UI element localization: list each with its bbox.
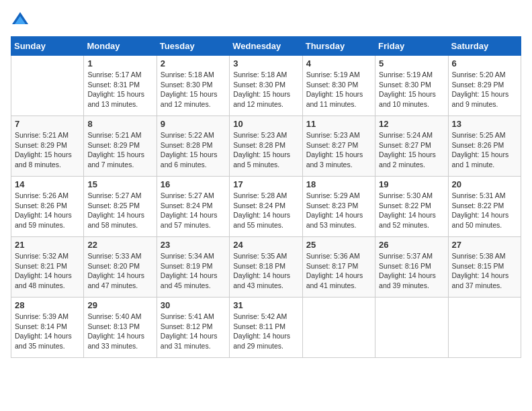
day-info: Sunrise: 5:42 AM Sunset: 8:11 PM Dayligh…	[233, 312, 298, 351]
day-info: Sunrise: 5:19 AM Sunset: 8:30 PM Dayligh…	[379, 70, 444, 109]
calendar-cell: 1Sunrise: 5:17 AM Sunset: 8:31 PM Daylig…	[84, 56, 157, 116]
calendar-cell: 31Sunrise: 5:42 AM Sunset: 8:11 PM Dayli…	[230, 298, 302, 358]
day-info: Sunrise: 5:30 AM Sunset: 8:22 PM Dayligh…	[379, 191, 444, 230]
week-row-3: 14Sunrise: 5:26 AM Sunset: 8:26 PM Dayli…	[11, 177, 521, 237]
day-info: Sunrise: 5:18 AM Sunset: 8:30 PM Dayligh…	[161, 70, 226, 109]
week-row-5: 28Sunrise: 5:39 AM Sunset: 8:14 PM Dayli…	[11, 298, 521, 358]
day-info: Sunrise: 5:32 AM Sunset: 8:21 PM Dayligh…	[15, 251, 80, 291]
calendar-cell: 14Sunrise: 5:26 AM Sunset: 8:26 PM Dayli…	[11, 177, 84, 237]
calendar-cell	[375, 298, 448, 358]
day-info: Sunrise: 5:21 AM Sunset: 8:29 PM Dayligh…	[15, 130, 80, 170]
day-number: 1	[87, 58, 152, 68]
day-number: 15	[87, 179, 152, 189]
day-info: Sunrise: 5:23 AM Sunset: 8:28 PM Dayligh…	[233, 130, 298, 170]
day-number: 14	[15, 179, 80, 189]
day-info: Sunrise: 5:41 AM Sunset: 8:12 PM Dayligh…	[161, 312, 226, 351]
day-info: Sunrise: 5:27 AM Sunset: 8:25 PM Dayligh…	[87, 191, 152, 230]
weekday-header-saturday: Saturday	[448, 37, 521, 56]
day-number: 26	[379, 240, 444, 250]
day-info: Sunrise: 5:27 AM Sunset: 8:24 PM Dayligh…	[161, 191, 226, 230]
calendar-cell: 3Sunrise: 5:18 AM Sunset: 8:30 PM Daylig…	[230, 56, 302, 116]
day-info: Sunrise: 5:18 AM Sunset: 8:30 PM Dayligh…	[233, 70, 298, 109]
day-number: 5	[379, 58, 444, 68]
weekday-header-row: SundayMondayTuesdayWednesdayThursdayFrid…	[11, 37, 521, 56]
day-info: Sunrise: 5:20 AM Sunset: 8:29 PM Dayligh…	[452, 70, 517, 109]
day-info: Sunrise: 5:38 AM Sunset: 8:15 PM Dayligh…	[452, 251, 517, 291]
calendar-cell: 25Sunrise: 5:36 AM Sunset: 8:17 PM Dayli…	[302, 237, 375, 298]
day-number: 18	[306, 179, 371, 189]
calendar-cell: 27Sunrise: 5:38 AM Sunset: 8:15 PM Dayli…	[448, 237, 521, 298]
day-info: Sunrise: 5:40 AM Sunset: 8:13 PM Dayligh…	[87, 312, 152, 351]
day-info: Sunrise: 5:36 AM Sunset: 8:17 PM Dayligh…	[306, 251, 371, 291]
day-info: Sunrise: 5:23 AM Sunset: 8:27 PM Dayligh…	[306, 130, 371, 170]
calendar-cell: 13Sunrise: 5:25 AM Sunset: 8:26 PM Dayli…	[448, 116, 521, 177]
weekday-header-friday: Friday	[375, 37, 448, 56]
day-number: 21	[15, 240, 80, 250]
day-info: Sunrise: 5:34 AM Sunset: 8:19 PM Dayligh…	[161, 251, 226, 291]
calendar-cell: 16Sunrise: 5:27 AM Sunset: 8:24 PM Dayli…	[157, 177, 229, 237]
calendar-cell: 5Sunrise: 5:19 AM Sunset: 8:30 PM Daylig…	[375, 56, 448, 116]
day-number: 7	[15, 119, 80, 129]
logo-icon	[11, 11, 30, 30]
day-info: Sunrise: 5:35 AM Sunset: 8:18 PM Dayligh…	[233, 251, 298, 291]
day-info: Sunrise: 5:22 AM Sunset: 8:28 PM Dayligh…	[161, 130, 226, 170]
calendar-cell: 6Sunrise: 5:20 AM Sunset: 8:29 PM Daylig…	[448, 56, 521, 116]
calendar-cell: 24Sunrise: 5:35 AM Sunset: 8:18 PM Dayli…	[230, 237, 302, 298]
calendar-table: SundayMondayTuesdayWednesdayThursdayFrid…	[11, 36, 521, 358]
calendar-cell	[448, 298, 521, 358]
day-info: Sunrise: 5:39 AM Sunset: 8:14 PM Dayligh…	[15, 312, 80, 351]
weekday-header-wednesday: Wednesday	[230, 37, 302, 56]
day-number: 3	[233, 58, 298, 68]
calendar-cell: 4Sunrise: 5:19 AM Sunset: 8:30 PM Daylig…	[302, 56, 375, 116]
calendar-cell: 23Sunrise: 5:34 AM Sunset: 8:19 PM Dayli…	[157, 237, 229, 298]
day-number: 30	[161, 300, 226, 310]
day-number: 25	[306, 240, 371, 250]
calendar-cell: 21Sunrise: 5:32 AM Sunset: 8:21 PM Dayli…	[11, 237, 84, 298]
day-number: 12	[379, 119, 444, 129]
page-header	[11, 11, 521, 30]
weekday-header-thursday: Thursday	[302, 37, 375, 56]
day-number: 24	[233, 240, 298, 250]
day-info: Sunrise: 5:26 AM Sunset: 8:26 PM Dayligh…	[15, 191, 80, 230]
calendar-cell: 18Sunrise: 5:29 AM Sunset: 8:23 PM Dayli…	[302, 177, 375, 237]
day-info: Sunrise: 5:25 AM Sunset: 8:26 PM Dayligh…	[452, 130, 517, 170]
calendar-cell: 7Sunrise: 5:21 AM Sunset: 8:29 PM Daylig…	[11, 116, 84, 177]
day-info: Sunrise: 5:17 AM Sunset: 8:31 PM Dayligh…	[87, 70, 152, 109]
calendar-cell	[11, 56, 84, 116]
day-info: Sunrise: 5:37 AM Sunset: 8:16 PM Dayligh…	[379, 251, 444, 291]
calendar-cell: 20Sunrise: 5:31 AM Sunset: 8:22 PM Dayli…	[448, 177, 521, 237]
day-number: 8	[87, 119, 152, 129]
day-info: Sunrise: 5:19 AM Sunset: 8:30 PM Dayligh…	[306, 70, 371, 109]
day-number: 6	[452, 58, 517, 68]
calendar-cell: 26Sunrise: 5:37 AM Sunset: 8:16 PM Dayli…	[375, 237, 448, 298]
logo	[11, 11, 32, 30]
day-number: 28	[15, 300, 80, 310]
calendar-cell: 22Sunrise: 5:33 AM Sunset: 8:20 PM Dayli…	[84, 237, 157, 298]
day-number: 13	[452, 119, 517, 129]
calendar-cell: 2Sunrise: 5:18 AM Sunset: 8:30 PM Daylig…	[157, 56, 229, 116]
calendar-cell: 8Sunrise: 5:21 AM Sunset: 8:29 PM Daylig…	[84, 116, 157, 177]
calendar-cell: 11Sunrise: 5:23 AM Sunset: 8:27 PM Dayli…	[302, 116, 375, 177]
day-number: 23	[161, 240, 226, 250]
day-number: 10	[233, 119, 298, 129]
day-info: Sunrise: 5:33 AM Sunset: 8:20 PM Dayligh…	[87, 251, 152, 291]
day-number: 27	[452, 240, 517, 250]
calendar-cell: 10Sunrise: 5:23 AM Sunset: 8:28 PM Dayli…	[230, 116, 302, 177]
day-number: 20	[452, 179, 517, 189]
day-number: 11	[306, 119, 371, 129]
day-number: 17	[233, 179, 298, 189]
weekday-header-sunday: Sunday	[11, 37, 84, 56]
day-info: Sunrise: 5:28 AM Sunset: 8:24 PM Dayligh…	[233, 191, 298, 230]
day-info: Sunrise: 5:29 AM Sunset: 8:23 PM Dayligh…	[306, 191, 371, 230]
day-number: 9	[161, 119, 226, 129]
calendar-cell: 9Sunrise: 5:22 AM Sunset: 8:28 PM Daylig…	[157, 116, 229, 177]
weekday-header-tuesday: Tuesday	[157, 37, 229, 56]
calendar-cell: 19Sunrise: 5:30 AM Sunset: 8:22 PM Dayli…	[375, 177, 448, 237]
day-info: Sunrise: 5:24 AM Sunset: 8:27 PM Dayligh…	[379, 130, 444, 170]
calendar-cell: 12Sunrise: 5:24 AM Sunset: 8:27 PM Dayli…	[375, 116, 448, 177]
day-info: Sunrise: 5:31 AM Sunset: 8:22 PM Dayligh…	[452, 191, 517, 230]
day-number: 4	[306, 58, 371, 68]
calendar-cell: 15Sunrise: 5:27 AM Sunset: 8:25 PM Dayli…	[84, 177, 157, 237]
week-row-2: 7Sunrise: 5:21 AM Sunset: 8:29 PM Daylig…	[11, 116, 521, 177]
week-row-4: 21Sunrise: 5:32 AM Sunset: 8:21 PM Dayli…	[11, 237, 521, 298]
